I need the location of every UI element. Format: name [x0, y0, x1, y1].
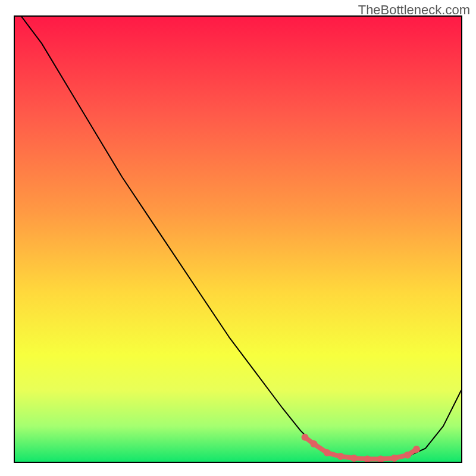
chart-frame: TheBottleneck.com	[0, 0, 476, 476]
marker-dot	[350, 455, 358, 462]
plot-area	[14, 15, 462, 463]
marker-dot	[311, 440, 318, 447]
bottleneck-curve	[15, 17, 461, 459]
marker-group	[301, 434, 419, 462]
marker-dot	[301, 434, 308, 441]
marker-dot	[324, 449, 331, 456]
marker-dot	[404, 452, 411, 459]
marker-dot	[391, 455, 398, 462]
watermark-text: TheBottleneck.com	[358, 2, 470, 18]
marker-dot	[337, 453, 345, 460]
marker-dot	[413, 446, 420, 453]
marker-dot	[364, 456, 371, 462]
curve-layer	[15, 17, 461, 462]
marker-dot	[377, 456, 384, 462]
